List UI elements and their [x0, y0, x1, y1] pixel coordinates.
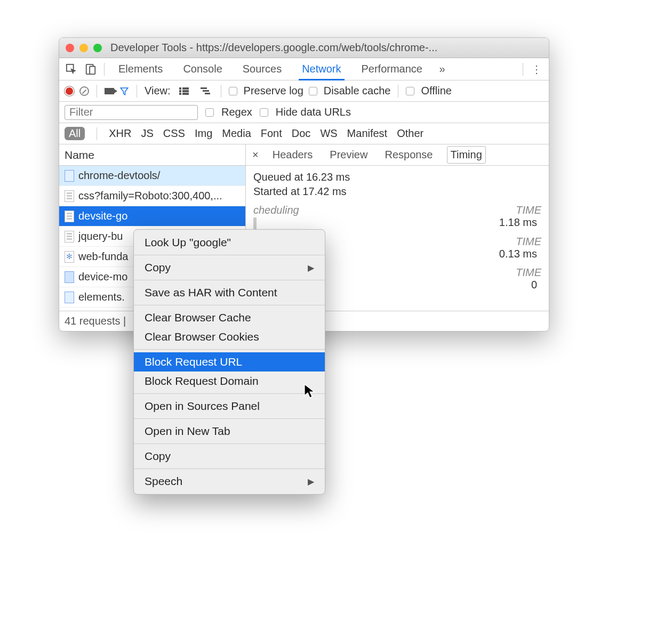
request-summary: 41 requests | — [65, 315, 126, 327]
devtools-tabbar: Elements Console Sources Network Perform… — [59, 58, 549, 80]
context-menu-label: Copy — [145, 261, 171, 274]
type-media[interactable]: Media — [222, 127, 251, 140]
request-row[interactable]: devsite-go — [59, 206, 245, 227]
detail-tab-headers[interactable]: Headers — [269, 147, 316, 163]
timing-time-label: TIME — [516, 204, 541, 216]
type-js[interactable]: JS — [141, 127, 153, 140]
tab-console[interactable]: Console — [174, 58, 230, 80]
regex-checkbox[interactable] — [205, 108, 214, 117]
offline-checkbox[interactable] — [406, 87, 414, 95]
context-menu-item[interactable]: Copy — [134, 447, 325, 466]
separator — [221, 85, 221, 98]
tab-elements[interactable]: Elements — [110, 58, 171, 80]
file-icon — [65, 190, 74, 202]
context-menu-label: Look Up "google" — [145, 236, 231, 249]
tab-sources[interactable]: Sources — [234, 58, 290, 80]
request-name: css?family=Roboto:300,400,... — [78, 190, 222, 202]
file-icon — [65, 271, 74, 283]
file-icon — [65, 292, 74, 303]
context-menu-label: Block Request URL — [145, 356, 242, 368]
timing-time-label: TIME — [516, 236, 541, 248]
request-name: elements. — [78, 291, 125, 303]
context-menu-item[interactable]: Open in Sources Panel — [134, 397, 325, 416]
regex-label: Regex — [221, 106, 252, 118]
view-waterfall-icon[interactable] — [197, 83, 213, 99]
hide-data-urls-checkbox[interactable] — [260, 108, 268, 117]
timing-section-title: cheduling — [253, 204, 299, 216]
svg-rect-9 — [201, 87, 207, 89]
menu-separator — [134, 443, 325, 444]
detail-tab-response[interactable]: Response — [381, 147, 436, 163]
file-icon — [65, 231, 74, 243]
record-icon[interactable] — [65, 86, 74, 96]
detail-tab-timing[interactable]: Timing — [447, 146, 486, 164]
context-menu-label: Speech — [145, 475, 182, 488]
type-manifest[interactable]: Manifest — [347, 127, 388, 140]
close-detail-icon[interactable]: × — [252, 149, 259, 161]
submenu-arrow-icon: ▶ — [308, 263, 314, 273]
context-menu-item[interactable]: Open in New Tab — [134, 422, 325, 441]
svg-rect-7 — [179, 93, 181, 95]
zoom-window-button[interactable] — [93, 44, 102, 52]
inspect-element-icon[interactable] — [63, 61, 79, 77]
tab-performance[interactable]: Performance — [353, 58, 431, 80]
minimize-window-button[interactable] — [79, 44, 88, 52]
filter-toggle-icon[interactable] — [119, 86, 129, 96]
view-large-icon[interactable] — [176, 83, 192, 99]
request-row[interactable]: chrome-devtools/ — [59, 166, 245, 186]
file-icon — [65, 170, 74, 182]
context-menu-item[interactable]: Speech▶ — [134, 472, 325, 491]
context-menu-item[interactable]: Save as HAR with Content — [134, 283, 325, 302]
capture-screenshot-icon[interactable] — [105, 88, 114, 94]
context-menu-label: Clear Browser Cache — [145, 311, 251, 324]
context-menu-item[interactable]: Copy▶ — [134, 258, 325, 277]
tabs-overflow-button[interactable]: » — [434, 63, 450, 75]
type-font[interactable]: Font — [261, 127, 282, 140]
context-menu[interactable]: Look Up "google"Copy▶Save as HAR with Co… — [133, 229, 325, 495]
context-menu-item[interactable]: Clear Browser Cookies — [134, 327, 325, 346]
name-column-header[interactable]: Name — [59, 144, 245, 166]
timing-value: 1.18 ms — [499, 216, 537, 229]
devtools-menu-icon[interactable]: ⋮ — [529, 63, 545, 76]
type-img[interactable]: Img — [195, 127, 212, 140]
detail-tab-preview[interactable]: Preview — [326, 147, 371, 163]
type-all-pill[interactable]: All — [65, 127, 85, 140]
menu-separator — [134, 418, 325, 419]
svg-rect-4 — [182, 87, 189, 90]
titlebar: Developer Tools - https://developers.goo… — [59, 38, 549, 58]
file-icon — [65, 211, 74, 222]
context-menu-item[interactable]: Look Up "google" — [134, 233, 325, 252]
svg-rect-11 — [205, 93, 210, 94]
type-doc[interactable]: Doc — [292, 127, 311, 140]
svg-rect-10 — [203, 90, 209, 92]
context-menu-item[interactable]: Block Request Domain — [134, 371, 325, 391]
menu-separator — [134, 469, 325, 469]
type-filter-bar: All XHR JS CSS Img Media Font Doc WS Man… — [59, 123, 549, 144]
traffic-lights — [66, 44, 102, 52]
context-menu-item[interactable]: Block Request URL — [134, 352, 325, 371]
menu-separator — [134, 255, 325, 255]
type-other[interactable]: Other — [397, 127, 423, 140]
separator — [97, 85, 97, 98]
context-menu-label: Save as HAR with Content — [145, 286, 277, 299]
toggle-device-icon[interactable] — [83, 61, 99, 77]
type-xhr[interactable]: XHR — [109, 127, 131, 140]
close-window-button[interactable] — [66, 44, 74, 52]
clear-icon[interactable] — [79, 86, 89, 96]
type-ws[interactable]: WS — [320, 127, 337, 140]
timing-bar-icon — [253, 217, 257, 229]
disable-cache-checkbox[interactable] — [309, 87, 317, 95]
network-toolbar: View: Preserve log Disable cache Offline — [59, 80, 549, 102]
type-css[interactable]: CSS — [163, 127, 185, 140]
request-name: jquery-bu — [78, 230, 123, 243]
separator — [97, 127, 97, 140]
view-label: View: — [145, 85, 171, 97]
timing-value: 0 — [531, 279, 537, 292]
preserve-log-checkbox[interactable] — [229, 87, 237, 95]
filter-input[interactable] — [65, 105, 198, 120]
context-menu-item[interactable]: Clear Browser Cache — [134, 308, 325, 327]
offline-label: Offline — [421, 85, 451, 97]
menu-separator — [134, 349, 325, 350]
request-row[interactable]: css?family=Roboto:300,400,... — [59, 186, 245, 206]
tab-network[interactable]: Network — [293, 58, 349, 80]
